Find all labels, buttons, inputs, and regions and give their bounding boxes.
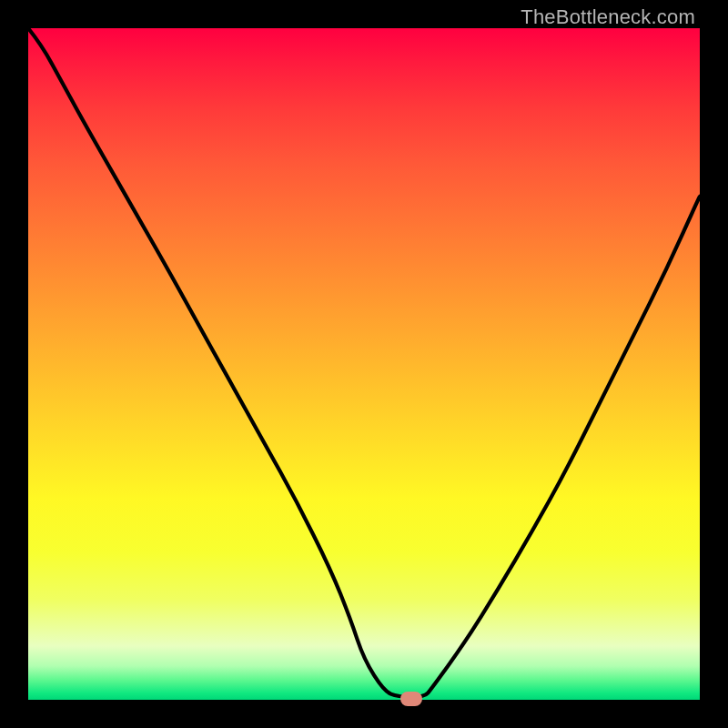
bottleneck-curve xyxy=(28,28,700,700)
optimal-marker xyxy=(400,692,422,706)
plot-area xyxy=(28,28,700,700)
attribution-label: TheBottleneck.com xyxy=(521,5,695,29)
chart-stage: TheBottleneck.com xyxy=(0,0,728,728)
